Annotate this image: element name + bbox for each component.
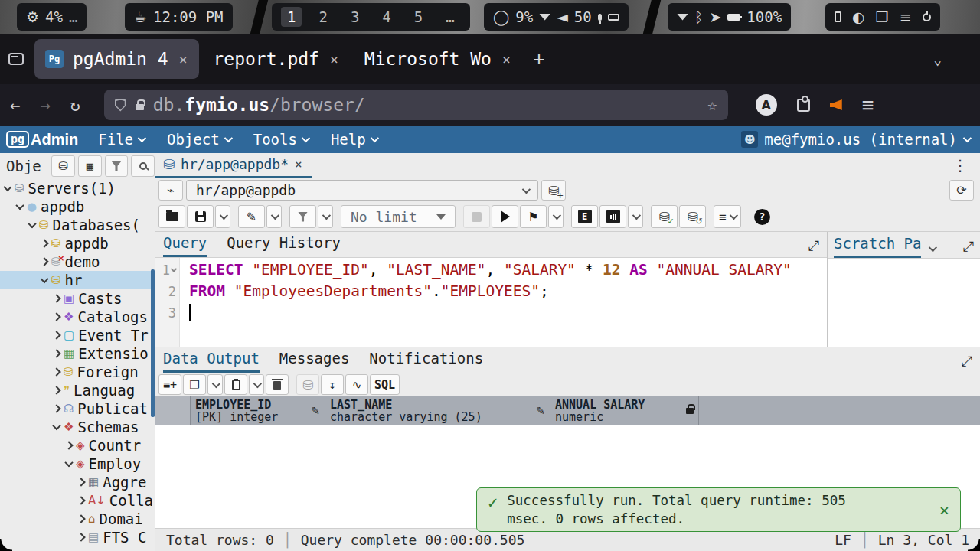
- workspace-5[interactable]: 5: [408, 7, 429, 27]
- explain-button[interactable]: E: [571, 205, 598, 228]
- execute-options-button[interactable]: ⚑: [520, 205, 547, 228]
- help-button[interactable]: ?: [749, 205, 776, 228]
- expand-chevron-icon[interactable]: [77, 496, 85, 504]
- expand-chevron-icon[interactable]: [77, 478, 85, 486]
- tab-query[interactable]: Query: [163, 234, 207, 257]
- tree-item-publicat[interactable]: ☊Publicat: [0, 399, 155, 418]
- tree-item-hr[interactable]: ⛁hr: [0, 271, 155, 289]
- download-button[interactable]: ↧: [321, 374, 344, 395]
- list-all-tabs-chevron-icon[interactable]: ⌄: [933, 51, 942, 67]
- explain-analyze-button[interactable]: [599, 205, 626, 228]
- tree-item-aggre[interactable]: ▦Aggre: [0, 473, 155, 491]
- tree-scrollbar-thumb[interactable]: [151, 269, 155, 417]
- toast-close-icon[interactable]: ×: [939, 500, 949, 520]
- collapse-chevron-icon[interactable]: [28, 220, 36, 228]
- chevron-down-icon[interactable]: [929, 243, 937, 252]
- workspace-2[interactable]: 2: [312, 7, 333, 27]
- workspace-1[interactable]: 1: [281, 7, 302, 27]
- menu-object[interactable]: Object: [167, 131, 230, 148]
- tree-item-colla[interactable]: A↓Colla: [0, 491, 155, 510]
- save-options-button[interactable]: [215, 205, 230, 228]
- collapse-chevron-icon[interactable]: [15, 201, 24, 210]
- execute-button[interactable]: [492, 205, 518, 228]
- collapse-chevron-icon[interactable]: [40, 275, 48, 283]
- system-tray-right[interactable]: ᛒ ➤ 100%: [668, 3, 791, 31]
- megaphone-extension-icon[interactable]: [830, 99, 842, 110]
- expand-panel-icon[interactable]: ⤢: [808, 237, 819, 257]
- cpu-widget[interactable]: ⚙ 4% …: [17, 3, 87, 31]
- tree-item-casts[interactable]: ▣Casts: [0, 289, 155, 308]
- copy-options-button[interactable]: [207, 374, 223, 395]
- expand-chevron-icon[interactable]: [40, 239, 48, 247]
- workspace-switcher[interactable]: 12345…: [272, 3, 470, 31]
- system-tray-left[interactable]: ◯ 9% ◄ 50: [484, 3, 629, 31]
- editor-code[interactable]: SELECT "EMPLOYEE_ID", "LAST_NAME", "SALA…: [180, 258, 792, 347]
- column-header-last-name[interactable]: LAST_NAMEcharacter varying (25)✎: [325, 396, 550, 425]
- tab-notifications[interactable]: Notifications: [369, 350, 483, 373]
- close-icon[interactable]: ×: [295, 157, 302, 171]
- https-lock-icon[interactable]: [136, 104, 144, 110]
- show-sql-button[interactable]: SQL: [370, 374, 400, 395]
- tab-messages[interactable]: Messages: [279, 350, 350, 373]
- filter-button[interactable]: [289, 205, 316, 228]
- rollback-button[interactable]: ⛁↺: [679, 205, 706, 228]
- tracking-shield-icon[interactable]: [115, 99, 126, 112]
- forward-button[interactable]: →: [30, 96, 60, 115]
- browser-tab-report[interactable]: report.pdf ×: [202, 39, 350, 79]
- expand-chevron-icon[interactable]: [64, 441, 73, 449]
- expand-chevron-icon[interactable]: [52, 367, 60, 376]
- tree-item-countr[interactable]: ◈Countr: [0, 436, 155, 455]
- tree-item-fts-c[interactable]: ▤FTS C: [0, 528, 155, 546]
- tree-item-demo[interactable]: ⛁×demo: [0, 253, 155, 271]
- reset-layout-button[interactable]: ⟳: [949, 180, 974, 201]
- tab-close-icon[interactable]: ×: [501, 51, 512, 67]
- expand-panel-icon[interactable]: ⤢: [963, 238, 974, 258]
- row-limit-dropdown[interactable]: No limit: [341, 205, 456, 228]
- edit-options-button[interactable]: [266, 205, 282, 228]
- tree-item-servers-1[interactable]: ⛁Servers(1): [0, 179, 155, 197]
- explorer-grid-button[interactable]: ▦: [78, 155, 102, 177]
- macros-button[interactable]: ≡: [714, 205, 741, 228]
- explorer-database-button[interactable]: ⛁: [51, 155, 75, 177]
- tree-item-foreign[interactable]: ⛁Foreign: [0, 363, 155, 381]
- tab-scratch-pad[interactable]: Scratch Pa: [834, 235, 921, 258]
- browser-tab-word[interactable]: Microsoft Wo ×: [354, 39, 523, 79]
- expand-chevron-icon[interactable]: [52, 349, 60, 357]
- reload-button[interactable]: ↻: [60, 96, 90, 115]
- expand-chevron-icon[interactable]: [52, 331, 60, 339]
- tree-item-domai[interactable]: ⌂Domai: [0, 510, 155, 528]
- workspace-4[interactable]: 4: [376, 7, 397, 27]
- column-header-employee-id[interactable]: EMPLOYEE_ID[PK] integer✎: [191, 396, 325, 425]
- tree-item-languag[interactable]: ❞Languag: [0, 381, 155, 399]
- browser-tab-pgadmin[interactable]: Pg pgAdmin 4 ×: [34, 39, 199, 79]
- workspace-…[interactable]: …: [439, 7, 460, 27]
- collapse-chevron-icon[interactable]: [52, 422, 60, 430]
- tree-item-schemas[interactable]: ❖Schemas: [0, 418, 155, 436]
- tree-item-catalogs[interactable]: ❖Catalogs: [0, 308, 155, 326]
- explorer-filter-button[interactable]: [105, 155, 129, 177]
- collapse-chevron-icon[interactable]: [64, 458, 73, 467]
- tree-item-extensio[interactable]: ▦Extensio: [0, 344, 155, 363]
- filter-options-button[interactable]: [318, 205, 333, 228]
- tab-data-output[interactable]: Data Output: [163, 350, 260, 373]
- expand-chevron-icon[interactable]: [40, 257, 48, 266]
- back-button[interactable]: ←: [0, 96, 30, 115]
- open-file-button[interactable]: [158, 205, 185, 228]
- url-bar[interactable]: db.fymio.us/browser/ ☆: [104, 90, 728, 120]
- url-text[interactable]: db.fymio.us/browser/: [153, 95, 698, 115]
- expand-chevron-icon[interactable]: [52, 312, 60, 321]
- tab-query-history[interactable]: Query History: [227, 234, 341, 257]
- paste-options-button[interactable]: [249, 374, 264, 395]
- connection-status-button[interactable]: ⌁: [158, 180, 183, 201]
- menu-file[interactable]: File: [98, 131, 144, 148]
- menu-help[interactable]: Help: [331, 131, 377, 148]
- scratch-pad-body[interactable]: [828, 258, 980, 347]
- explorer-search-button[interactable]: [131, 155, 155, 177]
- firefox-view-icon[interactable]: [8, 53, 24, 65]
- extensions-icon[interactable]: [797, 99, 810, 112]
- expand-chevron-icon[interactable]: [52, 294, 60, 302]
- menu-tools[interactable]: Tools: [253, 131, 308, 148]
- sql-editor[interactable]: 123 SELECT "EMPLOYEE_ID", "LAST_NAME", "…: [155, 258, 827, 347]
- query-tool-tab[interactable]: ⛁ hr/app@appdb* ×: [155, 153, 312, 178]
- tree-item-databases[interactable]: ⛁Databases(: [0, 216, 155, 234]
